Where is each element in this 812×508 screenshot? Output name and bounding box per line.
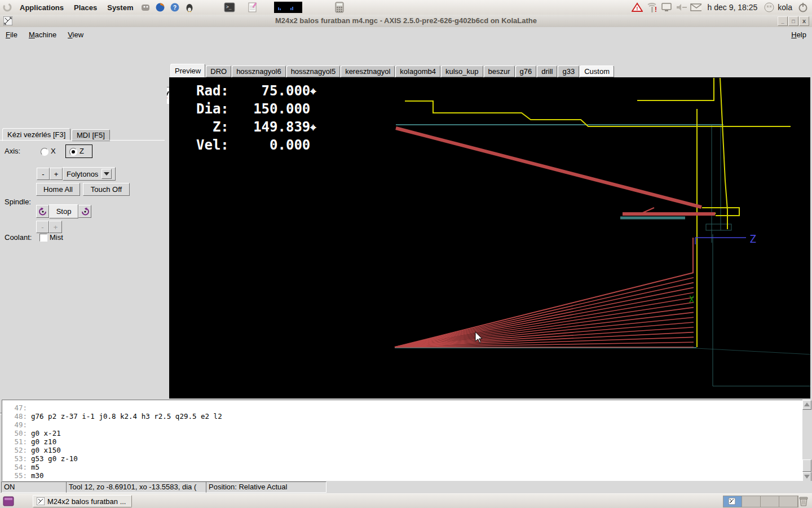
spindle-cw-button[interactable] [78, 205, 91, 218]
maximize-button[interactable]: □ [788, 16, 798, 26]
gimp-launcher-icon[interactable] [140, 2, 151, 13]
mail-notification-icon[interactable] [690, 2, 701, 13]
minimize-button[interactable]: _ [778, 16, 788, 26]
scrollbar-thumb[interactable] [802, 459, 811, 472]
terminal-launcher-icon[interactable]: >_ [224, 2, 235, 13]
text-editor-launcher-icon[interactable] [247, 2, 258, 13]
workspace-3[interactable] [761, 496, 779, 507]
show-desktop-icon[interactable] [3, 496, 14, 507]
gcode-listing[interactable]: 47:48:g76 p2 z-37 i-1 j0.8 k2.4 h3 r2.5 … [2, 400, 804, 482]
warning-notification-icon[interactable]: ! [632, 2, 643, 13]
trash-icon[interactable] [798, 496, 809, 507]
menu-machine[interactable]: Machine [23, 29, 62, 40]
home-all-button[interactable]: Home All [36, 183, 80, 196]
spindle-slower-button[interactable]: - [36, 221, 49, 233]
tux-launcher-icon[interactable] [184, 2, 195, 13]
tab-preview[interactable]: Preview [170, 64, 205, 77]
tab-dro[interactable]: DRO [206, 65, 231, 77]
user-avatar[interactable] [764, 2, 775, 13]
menu-view[interactable]: View [62, 29, 89, 40]
touch-off-button[interactable]: Touch Off [83, 183, 130, 196]
jog-increment-combobox[interactable]: Folytonos [63, 167, 116, 181]
spindle-faster-button[interactable]: + [49, 221, 62, 233]
tab-g76[interactable]: g76 [515, 65, 537, 77]
gcode-scrollbar[interactable] [802, 400, 811, 481]
tab-hossznagyol6[interactable]: hossznagyol6 [232, 65, 286, 77]
volume-muted-icon[interactable] [676, 2, 687, 13]
scroll-up-button[interactable] [802, 400, 811, 410]
gcode-line[interactable]: 50:g0 x-21 [2, 429, 803, 437]
axis-app-icon [729, 498, 735, 505]
axis-z-radio[interactable] [69, 148, 77, 156]
gcode-line[interactable]: 53:g53 g0 z-10 [2, 454, 803, 463]
system-menu[interactable]: System [102, 0, 138, 15]
mist-label[interactable]: Mist [50, 233, 63, 242]
clock[interactable]: h dec 9, 18:25 [708, 3, 758, 12]
help-launcher-icon[interactable]: ? [169, 2, 180, 13]
user-menu[interactable]: kola [778, 3, 792, 12]
mist-checkbox[interactable] [39, 234, 47, 242]
gcode-line-number: 52: [2, 446, 27, 454]
window-title: M24x2 balos furatban m4.ngc - AXIS 2.5.0… [0, 16, 812, 25]
screen: Applications Places System ? >_ ! [0, 0, 812, 508]
menu-file[interactable]: File [0, 29, 23, 40]
preview-canvas[interactable]: Z X Rad: 75.000⌖Dia: 150.000 Z: 149.839⌖… [169, 77, 810, 398]
tab-g33[interactable]: g33 [558, 65, 579, 77]
toolbar: M1 [0, 42, 812, 63]
homed-icon: ⌖ [310, 85, 316, 97]
svg-text:?: ? [173, 5, 176, 11]
network-error-icon[interactable]: ! [646, 2, 657, 13]
gcode-line-number: 55: [2, 471, 27, 480]
axis-z-label[interactable]: Z [80, 147, 84, 155]
dro-readout: Rad: 75.000⌖Dia: 150.000 Z: 149.839⌖Vel:… [196, 82, 316, 154]
display-settings-icon[interactable] [661, 2, 672, 13]
workspace-1[interactable] [723, 496, 742, 507]
distro-menu-icon[interactable] [2, 2, 13, 13]
workspace-4[interactable] [779, 496, 798, 507]
gcode-line[interactable]: 52:g0 x150 [2, 446, 803, 454]
threading-passes-hatch [395, 273, 694, 347]
gcode-line-text: g76 p2 z-37 i-1 j0.8 k2.4 h3 r2.5 q29.5 … [31, 412, 222, 421]
svg-text:!: ! [636, 6, 638, 11]
gcode-line[interactable]: 55:m30 [2, 471, 803, 480]
dro-line: Rad: 75.000⌖ [196, 82, 316, 100]
tab-kolagomb4[interactable]: kolagomb4 [395, 65, 440, 77]
shutdown-icon[interactable] [797, 2, 809, 13]
workspace-2[interactable] [742, 496, 761, 507]
workspace-switcher [723, 496, 798, 507]
places-menu[interactable]: Places [69, 0, 102, 15]
scroll-down-button[interactable] [802, 472, 811, 481]
window-titlebar[interactable]: M24x2 balos furatban m4.ngc - AXIS 2.5.0… [0, 15, 812, 28]
tab-beszur[interactable]: beszur [484, 65, 515, 77]
tab-hossznagyol5[interactable]: hossznagyol5 [286, 65, 341, 77]
calculator-launcher-icon[interactable] [334, 2, 345, 13]
axis-x-label[interactable]: X [51, 147, 56, 155]
menu-help[interactable]: Help [785, 29, 812, 40]
close-button[interactable]: X [799, 16, 809, 26]
taskbar-window-button[interactable]: M24x2 balos furatban ... [33, 495, 132, 507]
tab-kulso_kup[interactable]: kulso_kup [441, 65, 483, 77]
tab-manual-control[interactable]: Kézi vezérlés [F3] [2, 128, 70, 141]
status-power: ON [1, 481, 70, 493]
gcode-line[interactable]: 51:g0 z10 [2, 437, 803, 446]
gcode-line-number: 48: [2, 412, 27, 421]
gcode-line[interactable]: 48:g76 p2 z-37 i-1 j0.8 k2.4 h3 r2.5 q29… [2, 412, 803, 421]
tab-mdi[interactable]: MDI [F5] [72, 129, 110, 141]
gcode-line[interactable]: 54:m5 [2, 463, 803, 471]
gcode-line[interactable]: 47: [2, 404, 803, 412]
spindle-stop-button[interactable]: Stop [49, 204, 78, 218]
app-window-launcher-icon[interactable] [273, 2, 303, 13]
jog-minus-button[interactable]: - [37, 168, 50, 180]
tab-custom[interactable]: Custom [580, 65, 614, 77]
firefox-launcher-icon[interactable] [155, 2, 166, 13]
gcode-line[interactable]: 49: [2, 421, 803, 429]
applications-menu[interactable]: Applications [15, 0, 69, 15]
tab-drill[interactable]: drill [537, 65, 557, 77]
gcode-line-text: g0 x-21 [31, 429, 61, 437]
gcode-line-text: g0 x150 [31, 446, 61, 454]
tab-keresztnagyol[interactable]: keresztnagyol [341, 65, 395, 77]
spindle-ccw-button[interactable] [36, 205, 49, 218]
gcode-line-text: g0 z10 [31, 437, 56, 446]
axis-x-radio[interactable] [41, 148, 48, 156]
jog-plus-button[interactable]: + [50, 168, 63, 180]
